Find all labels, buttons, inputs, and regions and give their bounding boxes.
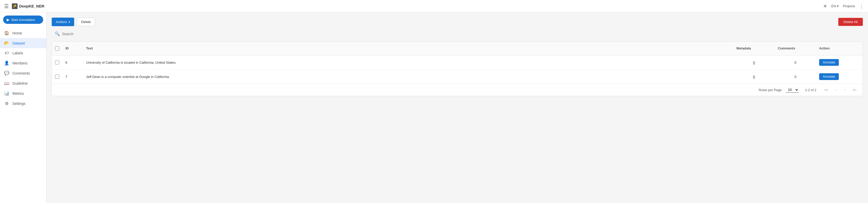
labels-icon: 🏷 [4, 51, 9, 55]
sidebar-item-dataset[interactable]: 📂 Dataset [0, 38, 46, 48]
top-navigation: ☰ 🔑 DeepKE_NER ☀ EN ▾ Projects ⋮ [0, 0, 868, 12]
start-annotation-label: Start Annotation [11, 18, 35, 22]
sidebar-item-guideline[interactable]: 📖 Guideline [0, 78, 46, 88]
sidebar-label-comments: Comments [12, 71, 30, 75]
header-checkbox-cell [52, 44, 62, 53]
row-action: Annotate [816, 57, 863, 68]
members-icon: 👤 [4, 60, 9, 66]
row-action: Annotate [816, 71, 863, 82]
theme-icon[interactable]: ☀ [823, 3, 827, 9]
rows-per-page-select[interactable]: 102550100 [786, 87, 799, 93]
delete-all-button[interactable]: Delete All [838, 18, 863, 26]
comments-icon: 💬 [4, 71, 9, 76]
projects-link[interactable]: Projects [843, 4, 855, 8]
col-action: Action [816, 44, 863, 53]
sidebar-item-labels[interactable]: 🏷 Labels [0, 48, 46, 58]
col-text: Text [83, 44, 733, 53]
table-header: ID Text Metadata Comments Action [52, 42, 863, 55]
last-page-button[interactable]: ⏭ [851, 87, 859, 93]
settings-icon: ⚙ [4, 101, 9, 106]
sidebar-item-settings[interactable]: ⚙ Settings [0, 98, 46, 108]
language-label: EN [831, 4, 836, 8]
table-row: 6 University of California is located in… [52, 55, 863, 70]
prev-page-button[interactable]: ‹ [834, 87, 838, 93]
sidebar-label-dataset: Dataset [12, 41, 25, 45]
search-icon: 🔍 [55, 31, 60, 36]
row-checkbox-cell [52, 73, 62, 81]
delete-button[interactable]: Delete [77, 18, 95, 26]
data-table: ID Text Metadata Comments Action 6 Unive… [52, 42, 863, 96]
main-content: Actions ▾ Delete Delete All 🔍 ID Text Me… [46, 12, 868, 203]
table-body: 6 University of California is located in… [52, 55, 863, 84]
toolbar-left: Actions ▾ Delete [52, 18, 95, 26]
sidebar: ▶ Start Annotation 🏠 Home 📂 Dataset 🏷 La… [0, 12, 46, 203]
col-metadata: Metadata [733, 44, 775, 53]
row-checkbox-cell [52, 58, 62, 67]
col-id: ID [62, 44, 83, 53]
annotate-button-1[interactable]: Annotate [819, 73, 839, 80]
app-logo: 🔑 DeepKE_NER [12, 3, 44, 9]
search-bar: 🔍 [52, 29, 863, 38]
play-icon: ▶ [7, 18, 9, 22]
sidebar-nav: 🏠 Home 📂 Dataset 🏷 Labels 👤 Members 💬 Co… [0, 28, 46, 108]
start-annotation-button[interactable]: ▶ Start Annotation [3, 16, 43, 24]
page-info: 1-2 of 2 [805, 88, 816, 92]
select-all-checkbox[interactable] [55, 46, 59, 50]
col-comments: Comments [775, 44, 816, 53]
table-row: 7 Jeff Dean is a computer scientist at G… [52, 70, 863, 84]
sidebar-item-metrics[interactable]: 📊 Metrics [0, 88, 46, 98]
sidebar-label-members: Members [12, 61, 27, 65]
topnav-left: ☰ 🔑 DeepKE_NER [4, 3, 44, 9]
pagination: Rows per Page 102550100 1-2 of 2 ⏮ ‹ › ⏭ [52, 84, 863, 96]
sidebar-label-guideline: Guideline [12, 81, 28, 85]
row-text: University of California is located in C… [83, 58, 733, 67]
toolbar: Actions ▾ Delete Delete All [52, 18, 863, 26]
home-icon: 🏠 [4, 30, 9, 35]
row-metadata: {} [733, 58, 775, 67]
hamburger-icon[interactable]: ☰ [4, 3, 9, 9]
sidebar-item-comments[interactable]: 💬 Comments [0, 68, 46, 78]
row-comments: 0 [775, 73, 816, 81]
sidebar-label-settings: Settings [12, 101, 26, 106]
row-checkbox-1[interactable] [55, 75, 59, 79]
row-id: 7 [62, 73, 83, 81]
row-id: 6 [62, 58, 83, 67]
row-comments: 0 [775, 58, 816, 67]
sidebar-item-members[interactable]: 👤 Members [0, 58, 46, 68]
language-selector[interactable]: EN ▾ [831, 4, 839, 8]
row-metadata: {} [733, 73, 775, 81]
topnav-right: ☀ EN ▾ Projects ⋮ [823, 3, 864, 9]
more-options-icon[interactable]: ⋮ [859, 3, 864, 9]
guideline-icon: 📖 [4, 81, 9, 86]
sidebar-label-labels: Labels [12, 51, 23, 55]
dataset-icon: 📂 [4, 41, 9, 46]
rows-per-page-label: Rows per Page [759, 88, 782, 92]
actions-label: Actions [56, 20, 67, 24]
next-page-button[interactable]: › [843, 87, 847, 93]
row-text: Jeff Dean is a computer scientist at Goo… [83, 73, 733, 81]
annotate-button-0[interactable]: Annotate [819, 59, 839, 66]
lang-chevron-icon: ▾ [837, 4, 839, 8]
sidebar-label-metrics: Metrics [12, 92, 24, 96]
metrics-icon: 📊 [4, 91, 9, 96]
app-title: DeepKE_NER [19, 4, 44, 8]
sidebar-item-home[interactable]: 🏠 Home [0, 28, 46, 38]
sidebar-label-home: Home [12, 31, 22, 35]
actions-chevron-icon: ▾ [68, 20, 70, 24]
first-page-button[interactable]: ⏮ [823, 87, 830, 93]
actions-button[interactable]: Actions ▾ [52, 18, 74, 26]
row-checkbox-0[interactable] [55, 60, 59, 65]
search-input[interactable] [62, 32, 860, 36]
logo-icon: 🔑 [12, 3, 18, 9]
main-layout: ▶ Start Annotation 🏠 Home 📂 Dataset 🏷 La… [0, 12, 868, 203]
